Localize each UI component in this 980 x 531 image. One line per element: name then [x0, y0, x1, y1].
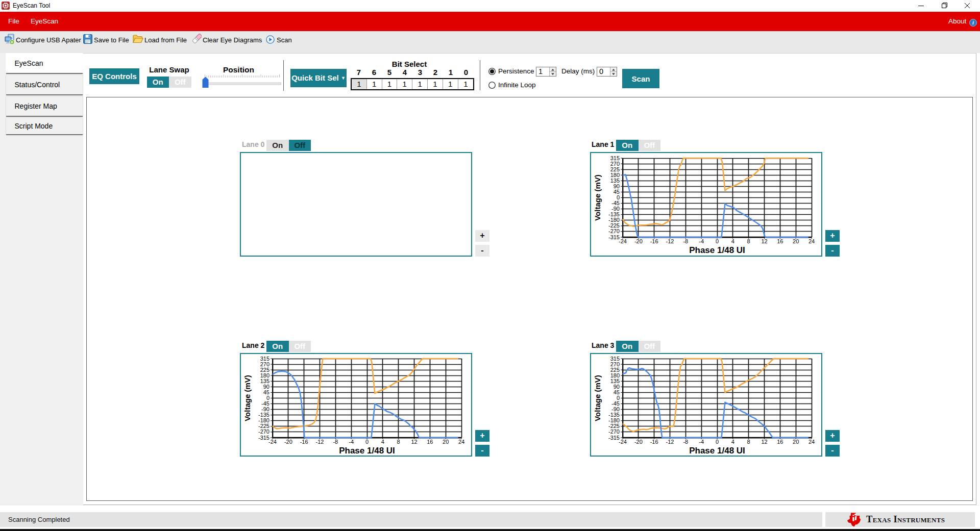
svg-text:Phase 1/48 UI: Phase 1/48 UI: [689, 245, 745, 255]
svg-text:16: 16: [427, 439, 433, 445]
svg-text:-16: -16: [300, 439, 308, 445]
svg-text:20: 20: [793, 238, 799, 244]
svg-text:-4: -4: [699, 439, 704, 445]
svg-text:Phase 1/48 UI: Phase 1/48 UI: [689, 446, 745, 456]
svg-text:16: 16: [777, 238, 783, 244]
svg-text:Phase 1/48 UI: Phase 1/48 UI: [339, 446, 395, 456]
svg-text:0: 0: [716, 238, 719, 244]
svg-text:8: 8: [397, 439, 400, 445]
svg-text:-12: -12: [316, 439, 324, 445]
svg-text:4: 4: [731, 238, 734, 244]
svg-text:4: 4: [381, 439, 384, 445]
svg-text:-24: -24: [268, 439, 277, 445]
svg-text:-16: -16: [650, 439, 658, 445]
svg-text:Voltage (mV): Voltage (mV): [593, 375, 602, 421]
svg-text:-20: -20: [634, 439, 643, 445]
svg-text:-24: -24: [619, 238, 627, 244]
svg-text:-8: -8: [683, 439, 688, 445]
svg-text:-24: -24: [619, 439, 627, 445]
svg-text:-16: -16: [650, 238, 658, 244]
svg-text:-315: -315: [258, 435, 270, 441]
svg-text:12: 12: [761, 238, 767, 244]
svg-text:-315: -315: [608, 234, 620, 240]
svg-text:-8: -8: [333, 439, 338, 445]
svg-text:-12: -12: [666, 238, 674, 244]
svg-text:12: 12: [761, 439, 767, 445]
svg-text:Voltage (mV): Voltage (mV): [243, 375, 252, 421]
svg-text:16: 16: [777, 439, 783, 445]
svg-text:-4: -4: [349, 439, 354, 445]
svg-text:0: 0: [716, 439, 719, 445]
svg-text:-20: -20: [634, 238, 643, 244]
svg-text:-8: -8: [683, 238, 688, 244]
svg-text:-315: -315: [608, 435, 620, 441]
svg-text:20: 20: [793, 439, 799, 445]
svg-text:-4: -4: [699, 238, 704, 244]
svg-text:8: 8: [747, 439, 750, 445]
svg-text:0: 0: [365, 439, 369, 445]
svg-text:24: 24: [808, 238, 815, 244]
svg-text:20: 20: [443, 439, 449, 445]
svg-text:12: 12: [411, 439, 417, 445]
svg-text:8: 8: [747, 238, 750, 244]
svg-text:-20: -20: [284, 439, 292, 445]
svg-text:-12: -12: [666, 439, 674, 445]
svg-text:24: 24: [808, 439, 815, 445]
svg-text:4: 4: [731, 439, 734, 445]
svg-text:Voltage (mV): Voltage (mV): [593, 174, 602, 221]
svg-text:24: 24: [458, 439, 464, 445]
